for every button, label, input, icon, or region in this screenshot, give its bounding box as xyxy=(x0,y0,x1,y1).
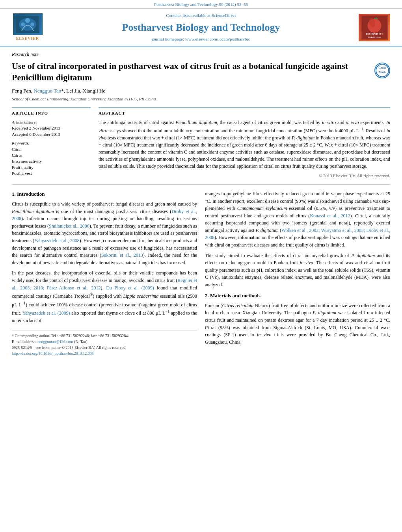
issn-text: 0925-5214/$ – see front matter © 2013 El… xyxy=(12,345,197,350)
elsevier-logo: ELSEVIER xyxy=(12,13,43,41)
history-label: Article history: xyxy=(12,120,91,126)
svg-point-2 xyxy=(25,18,30,23)
keywords-section: Keywords: Citral Citrus Enzymes activity… xyxy=(12,141,91,177)
article-type: Research note xyxy=(12,51,390,58)
author-jia: Lei Jia xyxy=(66,88,80,94)
abstract-section: ABSTRACT The antifungal activity of citr… xyxy=(99,108,390,179)
svg-text:POSTHARVEST: POSTHARVEST xyxy=(366,33,383,35)
elsevier-image xyxy=(13,13,43,35)
article-history: Article history: Received 2 November 201… xyxy=(12,120,91,137)
top-bar: Postharvest Biology and Technology 90 (2… xyxy=(0,0,402,9)
svg-point-4 xyxy=(30,22,34,26)
journal-name: Postharvest Biology and Technology xyxy=(51,20,351,35)
sciencedirect-link: Contents lists available at ScienceDirec… xyxy=(51,13,351,19)
corresponding-author: * Corresponding author. Tel.: +86 731 58… xyxy=(12,333,197,339)
received-date: Received 2 November 2013 xyxy=(12,125,91,131)
article-info: ARTICLE INFO Article history: Received 2… xyxy=(12,108,91,179)
author-tao: Nengguo Tao xyxy=(34,88,61,94)
affiliation: School of Chemical Engineering, Xiangtan… xyxy=(12,96,390,102)
article-title: Use of citral incorporated in postharves… xyxy=(12,61,374,83)
copyright: © 2013 Elsevier B.V. All rights reserved… xyxy=(99,173,390,179)
article-info-title: ARTICLE INFO xyxy=(12,110,91,116)
doi-link[interactable]: http://dx.doi.org/10.1016/j.postharvbio.… xyxy=(12,351,94,356)
journal-logo-right: POSTHARVEST BIOLOGY AND xyxy=(359,14,390,41)
intro-para-2: In the past decades, the incorporation o… xyxy=(12,269,197,324)
email-link[interactable]: nengguotao@126.com xyxy=(37,339,73,344)
svg-text:Mark: Mark xyxy=(379,70,385,74)
email-label: E-mail address: xyxy=(12,339,36,344)
abstract-text: The antifungal activity of citral agains… xyxy=(99,119,390,170)
section1-heading: 1. Introduction xyxy=(12,190,197,198)
body-left-col: 1. Introduction Citrus is susceptible to… xyxy=(12,190,197,356)
methods-para-1: Ponkan (Citrus reticulata Blanco) fruit … xyxy=(205,302,390,346)
keyword-postharvest: Postharvest xyxy=(12,171,91,176)
keyword-citrus: Citrus xyxy=(12,152,91,158)
crossmark-icon[interactable]: Cross Mark xyxy=(374,63,390,78)
svg-point-3 xyxy=(21,22,25,26)
article-info-abstract: ARTICLE INFO Article history: Received 2… xyxy=(12,108,390,179)
svg-text:Cross: Cross xyxy=(378,66,386,70)
section2-heading: 2. Materials and methods xyxy=(205,292,390,300)
journal-homepage: journal homepage: www.elsevier.com/locat… xyxy=(51,36,351,42)
accepted-date: Accepted 6 December 2013 xyxy=(12,132,91,137)
keywords-label: Keywords: xyxy=(12,141,91,146)
journal-title-center: Contents lists available at ScienceDirec… xyxy=(43,13,359,42)
body-right-col: oranges in polyethylene films effectivel… xyxy=(205,190,390,356)
main-content: Research note Use of citral incorporated… xyxy=(0,46,402,364)
footnote-section: * Corresponding author. Tel.: +86 731 58… xyxy=(12,330,197,356)
journal-header: ELSEVIER Contents lists available at Sci… xyxy=(0,9,402,46)
article-title-row: Use of citral incorporated in postharves… xyxy=(12,61,390,87)
email-suffix: (N. Tao). xyxy=(74,339,88,344)
keyword-enzymes: Enzymes activity xyxy=(12,158,91,164)
doi-text: http://dx.doi.org/10.1016/j.postharvbio.… xyxy=(12,350,197,356)
intro-para-3: oranges in polyethylene films effectivel… xyxy=(205,190,390,249)
intro-para-1: Citrus is susceptible to a wide variety … xyxy=(12,200,197,266)
authors: Feng Fan, Nengguo Tao*, Lei Jia, Xiangli… xyxy=(12,87,390,95)
journal-reference: Postharvest Biology and Technology 90 (2… xyxy=(154,2,248,7)
svg-text:BIOLOGY AND: BIOLOGY AND xyxy=(368,37,382,39)
intro-para-4: This study aimed to evaluate the effects… xyxy=(205,252,390,289)
keyword-fruit-quality: Fruit quality xyxy=(12,165,91,171)
email-footnote: E-mail address: nengguotao@126.com (N. T… xyxy=(12,339,197,345)
elsevier-text: ELSEVIER xyxy=(16,36,39,41)
section-divider xyxy=(12,184,390,185)
abstract-title: ABSTRACT xyxy=(99,110,390,116)
keywords-list: Citral Citrus Enzymes activity Fruit qua… xyxy=(12,146,91,177)
keyword-citral: Citral xyxy=(12,146,91,152)
author-he: Xiangli He xyxy=(83,88,105,94)
body-content: 1. Introduction Citrus is susceptible to… xyxy=(12,190,390,356)
